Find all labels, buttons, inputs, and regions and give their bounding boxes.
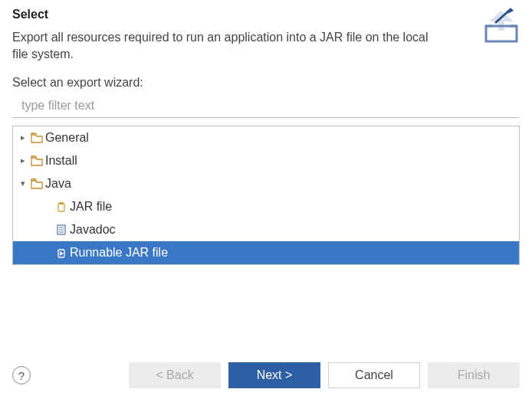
- expand-spacer: [42, 247, 53, 258]
- expand-spacer: [42, 201, 53, 212]
- javadoc-icon: [54, 223, 68, 237]
- finish-button: Finish: [428, 362, 520, 388]
- expand-icon[interactable]: ▸: [18, 155, 28, 166]
- dialog-header: Select Export all resources required to …: [0, 0, 532, 64]
- tree-item-label: Java: [45, 177, 71, 191]
- wizard-select-label: Select an export wizard:: [0, 64, 532, 96]
- next-button[interactable]: Next >: [228, 362, 320, 388]
- expand-icon[interactable]: ▸: [18, 132, 28, 143]
- runjar-icon: [54, 246, 68, 260]
- button-bar: ? < Back Next > Cancel Finish: [0, 362, 532, 388]
- folder-icon: [30, 154, 44, 168]
- tree-item-label: General: [45, 131, 89, 145]
- export-wizard-icon: [480, 5, 523, 47]
- tree-item-label: Runnable JAR file: [70, 246, 168, 260]
- tree-item-java[interactable]: ▾Java: [13, 172, 519, 195]
- tree-item-label: Install: [45, 154, 77, 168]
- tree-item-jar-file[interactable]: JAR file: [13, 195, 519, 218]
- svg-rect-6: [58, 204, 64, 211]
- folder-icon: [30, 177, 44, 191]
- back-button: < Back: [129, 362, 221, 388]
- cancel-button[interactable]: Cancel: [328, 362, 420, 388]
- tree-item-javadoc[interactable]: Javadoc: [13, 218, 519, 241]
- svg-marker-13: [60, 251, 64, 256]
- tree-item-install[interactable]: ▸Install: [13, 149, 519, 172]
- tree-item-label: JAR file: [70, 200, 112, 214]
- collapse-icon[interactable]: ▾: [18, 178, 28, 189]
- svg-marker-3: [489, 11, 514, 31]
- wizard-tree[interactable]: ▸General▸Install▾JavaJAR fileJavadocRunn…: [12, 126, 520, 265]
- help-button[interactable]: ?: [12, 366, 31, 384]
- filter-input[interactable]: [12, 96, 520, 118]
- dialog-subtitle: Export all resources required to run an …: [12, 29, 442, 64]
- tree-item-runnable-jar[interactable]: Runnable JAR file: [13, 241, 519, 264]
- expand-spacer: [42, 224, 53, 235]
- svg-rect-7: [59, 202, 64, 204]
- folder-icon: [30, 131, 44, 145]
- tree-item-general[interactable]: ▸General: [13, 126, 519, 149]
- jar-icon: [54, 200, 68, 214]
- tree-item-label: Javadoc: [70, 223, 116, 237]
- dialog-title: Select: [12, 8, 520, 21]
